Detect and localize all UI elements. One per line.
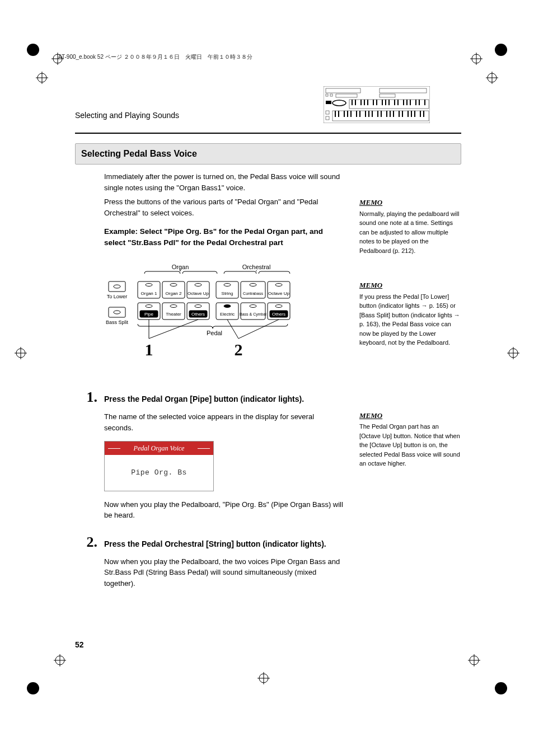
svg-text:To Lower: To Lower xyxy=(107,294,128,299)
memo-label: MEMO xyxy=(359,280,460,291)
svg-point-109 xyxy=(170,304,177,307)
svg-point-87 xyxy=(146,283,152,286)
corner-dot xyxy=(27,682,39,694)
display-screenshot: Pedal Organ Voice Pipe Org. Bs xyxy=(104,441,214,491)
svg-rect-44 xyxy=(382,100,383,105)
svg-text:String: String xyxy=(222,291,233,296)
svg-text:Electric: Electric xyxy=(220,312,235,317)
svg-point-96 xyxy=(224,283,231,286)
svg-point-99 xyxy=(250,283,256,286)
svg-rect-69 xyxy=(390,111,391,117)
svg-line-126 xyxy=(149,320,198,339)
intro-para-2: Press the buttons of the various parts o… xyxy=(104,196,344,218)
svg-rect-38 xyxy=(355,100,356,105)
svg-text:Bass Split: Bass Split xyxy=(106,320,129,325)
svg-text:Octave Up: Octave Up xyxy=(188,291,209,296)
svg-rect-45 xyxy=(385,100,386,105)
svg-point-112 xyxy=(195,304,202,307)
svg-rect-48 xyxy=(397,100,399,105)
memo-label: MEMO xyxy=(359,410,460,421)
diagram-to-lower-button: To Lower xyxy=(107,281,128,299)
svg-text:Pipe: Pipe xyxy=(144,312,154,317)
svg-rect-56 xyxy=(335,111,336,117)
svg-rect-35 xyxy=(326,101,331,104)
diagram-group-orchestral: Orchestral xyxy=(242,264,271,270)
svg-rect-37 xyxy=(352,100,353,105)
memo-1: MEMO Normally, playing the pedalboard wi… xyxy=(359,197,460,255)
svg-rect-63 xyxy=(365,111,366,117)
svg-rect-46 xyxy=(388,100,390,105)
svg-rect-59 xyxy=(347,111,348,117)
svg-rect-51 xyxy=(410,100,411,105)
intro-para-1: Immediately after the power is turned on… xyxy=(104,171,344,193)
svg-line-127 xyxy=(227,320,238,339)
svg-text:Bass & Cymbal: Bass & Cymbal xyxy=(240,312,266,317)
svg-rect-43 xyxy=(376,100,377,105)
svg-rect-39 xyxy=(360,100,362,105)
svg-rect-50 xyxy=(406,100,407,105)
memo-2-text: If you press the Pedal [To Lower] button… xyxy=(359,292,460,348)
pedal-panel-diagram: Organ Orchestral To Lower Bass Split xyxy=(104,261,294,362)
diagram-pedal-label: Pedal xyxy=(207,330,222,336)
svg-point-119 xyxy=(250,304,256,307)
svg-rect-65 xyxy=(372,111,373,117)
svg-rect-60 xyxy=(350,111,352,117)
svg-text:Contrabass: Contrabass xyxy=(243,292,263,295)
step-2-title: Press the Pedal Orchestral [String] butt… xyxy=(104,538,326,550)
svg-rect-70 xyxy=(393,111,394,117)
corner-dot xyxy=(495,44,507,56)
registration-mark xyxy=(36,72,48,84)
svg-text:Organ 1: Organ 1 xyxy=(141,291,157,296)
section-title: Selecting Pedal Bass Voice xyxy=(75,143,461,165)
registration-mark xyxy=(486,72,498,84)
step-2: 2. Press the Pedal Orchestral [String] b… xyxy=(75,531,344,553)
step-1-body-2: Now when you play the Pedalboard, "Pipe … xyxy=(104,499,344,521)
keyboard-diagram-icon xyxy=(324,86,430,123)
svg-rect-42 xyxy=(373,100,374,105)
svg-line-128 xyxy=(238,320,279,339)
page-number: 52 xyxy=(75,639,84,651)
memo-2: MEMO If you press the Pedal [To Lower] b… xyxy=(359,280,460,348)
svg-point-105 xyxy=(146,304,152,307)
svg-rect-73 xyxy=(407,111,409,117)
book-header-tag: AT-900_e.book 52 ページ ２００８年９月１６日 火曜日 午前１０… xyxy=(58,53,252,61)
book-tag-text: AT-900_e.book 52 ページ ２００８年９月１６日 火曜日 午前１０… xyxy=(58,53,252,61)
svg-rect-57 xyxy=(338,111,339,117)
svg-rect-75 xyxy=(414,111,415,117)
svg-rect-62 xyxy=(359,111,360,117)
memo-3: MEMO The Pedal Organ part has an [Octave… xyxy=(359,410,460,468)
registration-mark xyxy=(54,654,66,666)
svg-text:Others: Others xyxy=(272,312,285,317)
svg-rect-68 xyxy=(386,111,387,117)
corner-dot xyxy=(495,682,507,694)
svg-rect-66 xyxy=(377,111,378,117)
svg-point-122 xyxy=(275,304,282,307)
svg-rect-47 xyxy=(394,100,395,105)
svg-rect-40 xyxy=(364,100,365,105)
display-title: Pedal Organ Voice xyxy=(105,442,213,455)
svg-point-90 xyxy=(170,283,177,286)
example-heading: Example: Select "Pipe Org. Bs" for the P… xyxy=(104,226,344,249)
step-1-number: 1. xyxy=(75,386,97,408)
svg-text:Theater: Theater xyxy=(166,312,181,317)
svg-point-81 xyxy=(114,285,120,288)
svg-rect-49 xyxy=(403,100,404,105)
svg-rect-72 xyxy=(402,111,403,117)
step-1-title: Press the Pedal Organ [Pipe] button (ind… xyxy=(104,393,304,405)
display-value: Pipe Org. Bs xyxy=(105,455,213,491)
corner-dot xyxy=(27,44,39,56)
svg-point-93 xyxy=(195,283,202,286)
step-2-body: Now when you play the Pedalboard, the tw… xyxy=(104,556,344,589)
svg-point-102 xyxy=(275,283,282,286)
registration-mark xyxy=(257,672,270,684)
svg-rect-77 xyxy=(423,111,424,117)
svg-point-84 xyxy=(114,311,120,314)
memo-1-text: Normally, playing the pedalboard will so… xyxy=(359,209,460,256)
diagram-bass-split-button: Bass Split xyxy=(106,307,129,325)
svg-rect-67 xyxy=(381,111,382,117)
svg-rect-58 xyxy=(344,111,345,117)
svg-rect-41 xyxy=(367,100,368,105)
diagram-callout-2: 2 xyxy=(235,340,243,359)
svg-rect-71 xyxy=(399,111,400,117)
registration-mark xyxy=(507,347,519,359)
